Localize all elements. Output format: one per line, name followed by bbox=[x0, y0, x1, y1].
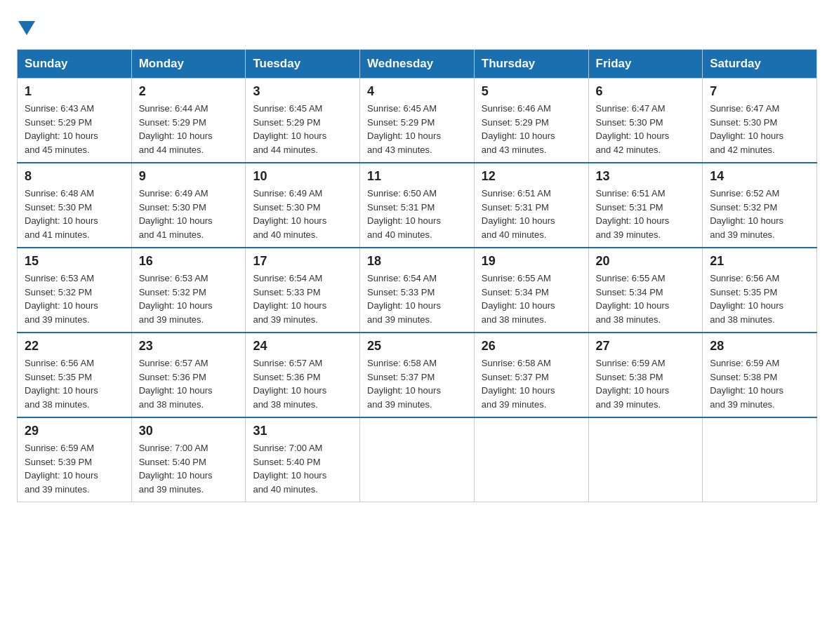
day-number: 16 bbox=[139, 254, 239, 269]
logo-triangle-icon bbox=[18, 21, 35, 35]
day-number: 13 bbox=[596, 169, 696, 184]
day-info: Sunrise: 6:55 AMSunset: 5:34 PMDaylight:… bbox=[482, 271, 581, 326]
day-cell: 6 Sunrise: 6:47 AMSunset: 5:30 PMDayligh… bbox=[588, 79, 703, 163]
day-info: Sunrise: 6:46 AMSunset: 5:29 PMDaylight:… bbox=[482, 102, 581, 156]
day-info: Sunrise: 6:50 AMSunset: 5:31 PMDaylight:… bbox=[367, 187, 467, 241]
day-info: Sunrise: 6:58 AMSunset: 5:37 PMDaylight:… bbox=[367, 356, 467, 411]
day-cell: 31 Sunrise: 7:00 AMSunset: 5:40 PMDaylig… bbox=[246, 417, 360, 502]
day-cell: 20 Sunrise: 6:55 AMSunset: 5:34 PMDaylig… bbox=[588, 248, 703, 333]
day-number: 1 bbox=[25, 84, 124, 99]
day-cell: 14 Sunrise: 6:52 AMSunset: 5:32 PMDaylig… bbox=[703, 163, 817, 248]
day-number: 28 bbox=[710, 339, 809, 354]
day-number: 24 bbox=[253, 339, 352, 354]
day-cell: 15 Sunrise: 6:53 AMSunset: 5:32 PMDaylig… bbox=[18, 248, 132, 333]
page-header bbox=[17, 17, 817, 35]
day-info: Sunrise: 6:57 AMSunset: 5:36 PMDaylight:… bbox=[253, 356, 352, 411]
calendar-header: SundayMondayTuesdayWednesdayThursdayFrid… bbox=[18, 50, 817, 79]
day-number: 23 bbox=[139, 339, 239, 354]
header-row: SundayMondayTuesdayWednesdayThursdayFrid… bbox=[18, 50, 817, 79]
day-number: 18 bbox=[367, 254, 467, 269]
day-cell: 3 Sunrise: 6:45 AMSunset: 5:29 PMDayligh… bbox=[246, 79, 360, 163]
day-cell: 10 Sunrise: 6:49 AMSunset: 5:30 PMDaylig… bbox=[246, 163, 360, 248]
calendar-body: 1 Sunrise: 6:43 AMSunset: 5:29 PMDayligh… bbox=[18, 79, 817, 502]
day-info: Sunrise: 6:49 AMSunset: 5:30 PMDaylight:… bbox=[139, 187, 239, 241]
day-info: Sunrise: 6:52 AMSunset: 5:32 PMDaylight:… bbox=[710, 187, 809, 241]
day-info: Sunrise: 6:44 AMSunset: 5:29 PMDaylight:… bbox=[139, 102, 239, 156]
week-row-4: 22 Sunrise: 6:56 AMSunset: 5:35 PMDaylig… bbox=[18, 333, 817, 417]
day-info: Sunrise: 6:45 AMSunset: 5:29 PMDaylight:… bbox=[367, 102, 467, 156]
day-info: Sunrise: 6:48 AMSunset: 5:30 PMDaylight:… bbox=[25, 187, 124, 241]
day-cell: 16 Sunrise: 6:53 AMSunset: 5:32 PMDaylig… bbox=[131, 248, 246, 333]
day-info: Sunrise: 6:54 AMSunset: 5:33 PMDaylight:… bbox=[253, 271, 352, 326]
day-number: 20 bbox=[596, 254, 696, 269]
calendar-table: SundayMondayTuesdayWednesdayThursdayFrid… bbox=[17, 49, 817, 502]
day-info: Sunrise: 6:45 AMSunset: 5:29 PMDaylight:… bbox=[253, 102, 352, 156]
day-info: Sunrise: 6:57 AMSunset: 5:36 PMDaylight:… bbox=[139, 356, 239, 411]
day-cell bbox=[588, 417, 703, 502]
day-cell: 19 Sunrise: 6:55 AMSunset: 5:34 PMDaylig… bbox=[474, 248, 588, 333]
day-info: Sunrise: 6:55 AMSunset: 5:34 PMDaylight:… bbox=[596, 271, 696, 326]
day-number: 17 bbox=[253, 254, 352, 269]
day-number: 22 bbox=[25, 339, 124, 354]
day-cell: 30 Sunrise: 7:00 AMSunset: 5:40 PMDaylig… bbox=[131, 417, 246, 502]
day-cell: 17 Sunrise: 6:54 AMSunset: 5:33 PMDaylig… bbox=[246, 248, 360, 333]
day-info: Sunrise: 6:53 AMSunset: 5:32 PMDaylight:… bbox=[139, 271, 239, 326]
day-cell: 27 Sunrise: 6:59 AMSunset: 5:38 PMDaylig… bbox=[588, 333, 703, 417]
day-cell bbox=[474, 417, 588, 502]
day-number: 29 bbox=[25, 424, 124, 438]
day-info: Sunrise: 6:54 AMSunset: 5:33 PMDaylight:… bbox=[367, 271, 467, 326]
day-info: Sunrise: 6:47 AMSunset: 5:30 PMDaylight:… bbox=[596, 102, 696, 156]
day-info: Sunrise: 6:47 AMSunset: 5:30 PMDaylight:… bbox=[710, 102, 809, 156]
day-number: 25 bbox=[367, 339, 467, 354]
header-cell-monday: Monday bbox=[131, 50, 246, 79]
week-row-3: 15 Sunrise: 6:53 AMSunset: 5:32 PMDaylig… bbox=[18, 248, 817, 333]
day-cell: 8 Sunrise: 6:48 AMSunset: 5:30 PMDayligh… bbox=[18, 163, 132, 248]
day-number: 2 bbox=[139, 84, 239, 99]
day-cell: 13 Sunrise: 6:51 AMSunset: 5:31 PMDaylig… bbox=[588, 163, 703, 248]
header-cell-tuesday: Tuesday bbox=[246, 50, 360, 79]
day-cell: 4 Sunrise: 6:45 AMSunset: 5:29 PMDayligh… bbox=[360, 79, 475, 163]
day-cell: 28 Sunrise: 6:59 AMSunset: 5:38 PMDaylig… bbox=[703, 333, 817, 417]
day-info: Sunrise: 6:53 AMSunset: 5:32 PMDaylight:… bbox=[25, 271, 124, 326]
day-number: 15 bbox=[25, 254, 124, 269]
week-row-1: 1 Sunrise: 6:43 AMSunset: 5:29 PMDayligh… bbox=[18, 79, 817, 163]
day-info: Sunrise: 6:51 AMSunset: 5:31 PMDaylight:… bbox=[596, 187, 696, 241]
day-cell: 2 Sunrise: 6:44 AMSunset: 5:29 PMDayligh… bbox=[131, 79, 246, 163]
day-cell: 5 Sunrise: 6:46 AMSunset: 5:29 PMDayligh… bbox=[474, 79, 588, 163]
day-number: 4 bbox=[367, 84, 467, 99]
day-info: Sunrise: 6:59 AMSunset: 5:39 PMDaylight:… bbox=[25, 441, 124, 496]
day-cell: 25 Sunrise: 6:58 AMSunset: 5:37 PMDaylig… bbox=[360, 333, 475, 417]
day-number: 11 bbox=[367, 169, 467, 184]
week-row-2: 8 Sunrise: 6:48 AMSunset: 5:30 PMDayligh… bbox=[18, 163, 817, 248]
day-number: 7 bbox=[710, 84, 809, 99]
day-number: 30 bbox=[139, 424, 239, 438]
day-cell: 9 Sunrise: 6:49 AMSunset: 5:30 PMDayligh… bbox=[131, 163, 246, 248]
day-cell: 1 Sunrise: 6:43 AMSunset: 5:29 PMDayligh… bbox=[18, 79, 132, 163]
day-number: 9 bbox=[139, 169, 239, 184]
header-cell-thursday: Thursday bbox=[474, 50, 588, 79]
header-cell-friday: Friday bbox=[588, 50, 703, 79]
day-number: 3 bbox=[253, 84, 352, 99]
day-number: 27 bbox=[596, 339, 696, 354]
day-info: Sunrise: 6:58 AMSunset: 5:37 PMDaylight:… bbox=[482, 356, 581, 411]
day-info: Sunrise: 7:00 AMSunset: 5:40 PMDaylight:… bbox=[253, 441, 352, 496]
day-number: 6 bbox=[596, 84, 696, 99]
day-info: Sunrise: 6:51 AMSunset: 5:31 PMDaylight:… bbox=[482, 187, 581, 241]
logo bbox=[17, 17, 37, 35]
day-cell bbox=[703, 417, 817, 502]
day-info: Sunrise: 6:59 AMSunset: 5:38 PMDaylight:… bbox=[596, 356, 696, 411]
day-cell: 26 Sunrise: 6:58 AMSunset: 5:37 PMDaylig… bbox=[474, 333, 588, 417]
header-cell-saturday: Saturday bbox=[703, 50, 817, 79]
day-cell: 7 Sunrise: 6:47 AMSunset: 5:30 PMDayligh… bbox=[703, 79, 817, 163]
header-cell-sunday: Sunday bbox=[18, 50, 132, 79]
day-info: Sunrise: 6:56 AMSunset: 5:35 PMDaylight:… bbox=[25, 356, 124, 411]
day-cell: 22 Sunrise: 6:56 AMSunset: 5:35 PMDaylig… bbox=[18, 333, 132, 417]
day-cell: 11 Sunrise: 6:50 AMSunset: 5:31 PMDaylig… bbox=[360, 163, 475, 248]
day-info: Sunrise: 6:56 AMSunset: 5:35 PMDaylight:… bbox=[710, 271, 809, 326]
day-cell: 21 Sunrise: 6:56 AMSunset: 5:35 PMDaylig… bbox=[703, 248, 817, 333]
day-number: 10 bbox=[253, 169, 352, 184]
day-cell: 29 Sunrise: 6:59 AMSunset: 5:39 PMDaylig… bbox=[18, 417, 132, 502]
day-cell: 24 Sunrise: 6:57 AMSunset: 5:36 PMDaylig… bbox=[246, 333, 360, 417]
day-number: 19 bbox=[482, 254, 581, 269]
week-row-5: 29 Sunrise: 6:59 AMSunset: 5:39 PMDaylig… bbox=[18, 417, 817, 502]
